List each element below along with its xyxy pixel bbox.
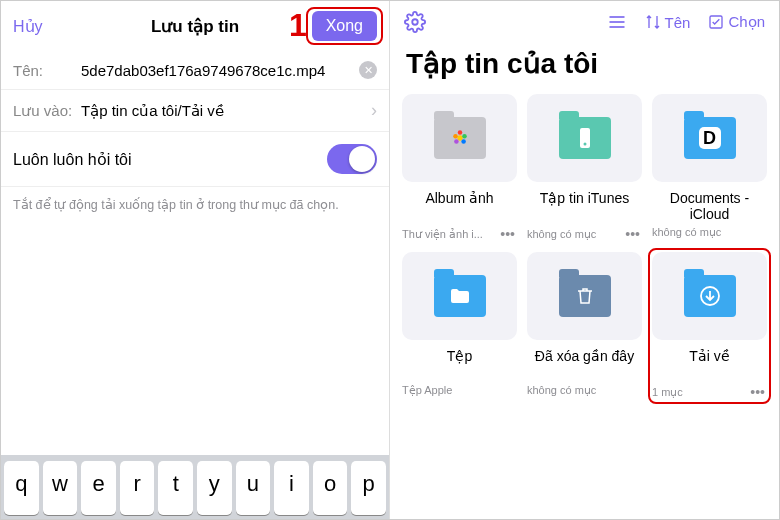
select-label: Chọn <box>728 13 765 31</box>
always-ask-label: Luôn luôn hỏi tôi <box>13 150 132 169</box>
tile-sub: Thư viện ảnh i... <box>402 228 483 241</box>
more-icon[interactable]: ••• <box>623 226 642 242</box>
svg-point-5 <box>457 135 462 140</box>
key-y[interactable]: y <box>197 461 232 515</box>
done-button[interactable]: Xong <box>312 11 377 41</box>
save-file-pane: 1 Hủy Lưu tập tin Xong Tên: 5de7dab03ef1… <box>1 1 390 519</box>
saveto-label: Lưu vào: <box>13 102 81 120</box>
tile-downloads[interactable]: Tải về 1 mục••• <box>652 252 767 400</box>
tile-itunes[interactable]: Tập tin iTunes không có mục••• <box>527 94 642 242</box>
key-o[interactable]: o <box>313 461 348 515</box>
always-ask-toggle[interactable] <box>327 144 377 174</box>
chevron-right-icon: › <box>371 100 377 121</box>
view-grid-icon[interactable] <box>607 12 627 32</box>
key-u[interactable]: u <box>236 461 271 515</box>
folder-icon <box>402 252 517 340</box>
filename-label: Tên: <box>13 62 81 79</box>
tile-sub: 1 mục <box>652 386 683 399</box>
svg-point-9 <box>454 139 459 144</box>
clear-icon[interactable]: ✕ <box>359 61 377 79</box>
gear-icon[interactable] <box>404 11 426 33</box>
more-icon[interactable]: ••• <box>498 226 517 242</box>
cancel-button[interactable]: Hủy <box>13 17 43 36</box>
folder-icon <box>652 252 767 340</box>
check-icon <box>708 14 724 30</box>
tile-files[interactable]: Tệp Tệp Apple <box>402 252 517 400</box>
tile-documents-icloud[interactable]: D Documents - iCloud không có mục <box>652 94 767 242</box>
key-t[interactable]: t <box>158 461 193 515</box>
folder-grid: Album ảnh Thư viện ảnh i...••• Tập tin i… <box>390 94 779 400</box>
key-r[interactable]: r <box>120 461 155 515</box>
tile-label: Tập tin iTunes <box>527 190 642 224</box>
done-wrap: Xong <box>312 11 377 41</box>
svg-point-7 <box>462 134 467 139</box>
filename-row: Tên: 5de7dab03ef176a9749678ce1c.mp4 ✕ <box>1 51 389 90</box>
key-q[interactable]: q <box>4 461 39 515</box>
folder-icon <box>402 94 517 182</box>
tile-label: Album ảnh <box>402 190 517 224</box>
sort-icon <box>645 14 661 30</box>
key-w[interactable]: w <box>43 461 78 515</box>
keyboard-row: q w e r t y u i o p <box>1 455 389 519</box>
tile-album[interactable]: Album ảnh Thư viện ảnh i...••• <box>402 94 517 242</box>
tile-label: Tải về <box>652 348 767 382</box>
saveto-value: Tập tin của tôi/Tải về <box>81 102 371 120</box>
hint-text: Tắt để tự động tải xuống tập tin ở trong… <box>1 187 389 222</box>
key-p[interactable]: p <box>351 461 386 515</box>
filename-input[interactable]: 5de7dab03ef176a9749678ce1c.mp4 <box>81 62 355 79</box>
more-icon[interactable]: ••• <box>748 384 767 400</box>
select-button[interactable]: Chọn <box>708 13 765 31</box>
svg-point-8 <box>461 139 466 144</box>
folder-icon <box>527 94 642 182</box>
toolbar: Tên Chọn <box>390 1 779 43</box>
nav-title: Lưu tập tin <box>151 16 239 37</box>
sort-label: Tên <box>665 14 691 31</box>
svg-point-10 <box>453 134 458 139</box>
key-e[interactable]: e <box>81 461 116 515</box>
sort-button[interactable]: Tên <box>645 14 691 31</box>
tile-recently-deleted[interactable]: Đã xóa gần đây không có mục <box>527 252 642 400</box>
key-i[interactable]: i <box>274 461 309 515</box>
tile-sub: không có mục <box>652 226 721 239</box>
tile-label: Tệp <box>402 348 517 382</box>
folder-icon <box>527 252 642 340</box>
page-title: Tập tin của tôi <box>390 43 779 94</box>
files-pane: 2 Tên Chọn Tập tin của tôi Album ảnh <box>390 1 779 519</box>
tile-label: Đã xóa gần đây <box>527 348 642 382</box>
svg-point-0 <box>412 19 418 25</box>
svg-point-12 <box>583 143 586 146</box>
svg-point-6 <box>457 130 462 135</box>
nav-bar: Hủy Lưu tập tin Xong <box>1 1 389 51</box>
always-ask-row: Luôn luôn hỏi tôi <box>1 132 389 187</box>
tile-label: Documents - iCloud <box>652 190 767 224</box>
tile-sub: Tệp Apple <box>402 384 452 397</box>
tile-sub: không có mục <box>527 228 596 241</box>
tile-sub: không có mục <box>527 384 596 397</box>
saveto-row[interactable]: Lưu vào: Tập tin của tôi/Tải về › <box>1 90 389 132</box>
folder-icon: D <box>652 94 767 182</box>
annotation-1: 1 <box>289 7 307 44</box>
